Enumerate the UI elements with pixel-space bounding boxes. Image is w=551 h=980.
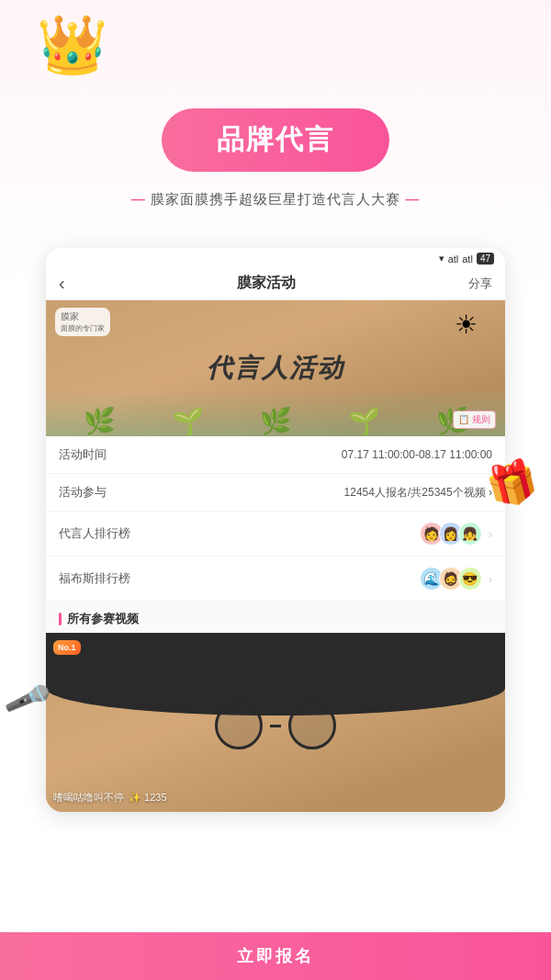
- signal-icon-2: atl: [462, 253, 473, 265]
- section-header: 所有参赛视频: [46, 602, 505, 633]
- wifi-icon: ▾: [439, 253, 444, 265]
- rules-badge[interactable]: 📋 规则: [453, 411, 496, 429]
- info-rows: 活动时间 07.17 11:00:00-08.17 11:00:00 活动参与 …: [46, 436, 505, 602]
- section-label: 所有参赛视频: [67, 611, 139, 627]
- forbes-avatar-3: 😎: [458, 567, 482, 591]
- status-bar: ▾ atl atl 47: [46, 248, 505, 267]
- glasses-decoration: [215, 702, 336, 749]
- rank-badge: No.1: [53, 640, 81, 655]
- video-username: 嗜喝咕噜叫不停: [53, 791, 124, 805]
- brand-logo: 膜家 面膜的专门家: [55, 308, 110, 336]
- spokesperson-avatars: 🧑 👩 👧 ›: [420, 522, 492, 546]
- subtitle-text: 膜家面膜携手超级巨星打造代言人大赛: [146, 191, 405, 207]
- crown-icon: 👑: [37, 17, 107, 73]
- activity-banner: 膜家 面膜的专门家 ☀ 代言人活动 🌿 🌱 🌿 🌱 🌿 📋 规则: [46, 300, 505, 436]
- sun-icon: ☀: [455, 310, 478, 340]
- glass-left: [215, 702, 263, 749]
- register-button[interactable]: 立即报名: [0, 932, 551, 980]
- activity-time-label: 活动时间: [59, 446, 107, 463]
- avatar-3: 👧: [458, 522, 482, 546]
- chevron-icon-2: ›: [489, 572, 492, 586]
- activity-time-value: 07.17 11:00:00-08.17 11:00:00: [342, 448, 492, 461]
- forbes-avatars: 🌊 🧔 😎 ›: [420, 567, 492, 591]
- share-button[interactable]: 分享: [468, 276, 492, 292]
- activity-participation-row: 活动参与 12454人报名/共25345个视频 ›: [46, 474, 505, 512]
- participation-label: 活动参与: [59, 484, 107, 501]
- brand-badge: 品牌代言: [162, 108, 389, 172]
- subtitle-dash-left: —: [131, 191, 146, 207]
- glass-bridge: [270, 725, 281, 727]
- forbes-rank-row[interactable]: 福布斯排行榜 🌊 🧔 😎 ›: [46, 557, 505, 602]
- activity-time-row: 活动时间 07.17 11:00:00-08.17 11:00:00: [46, 436, 505, 474]
- back-button[interactable]: ‹: [59, 273, 65, 294]
- video-thumbnail[interactable]: No.1 嗜喝咕噜叫不停 ✨ 1235: [46, 633, 505, 812]
- star-count: ✨ 1235: [129, 792, 167, 804]
- chevron-icon: ›: [489, 527, 492, 541]
- phone-mockup: ▾ atl atl 47 ‹ 膜家活动 分享 膜家 面膜的专门家 ☀ 代言人活动…: [46, 248, 505, 812]
- participation-value[interactable]: 12454人报名/共25345个视频 ›: [344, 485, 492, 501]
- banner-leaves: 🌿 🌱 🌿 🌱 🌿: [46, 390, 505, 436]
- nav-bar: ‹ 膜家活动 分享: [46, 267, 505, 300]
- glass-right: [288, 702, 336, 749]
- nav-title: 膜家活动: [237, 274, 296, 293]
- section-bar-icon: [59, 613, 62, 625]
- subtitle: — 膜家面膜携手超级巨星打造代言人大赛 —: [0, 191, 551, 208]
- battery-indicator: 47: [477, 253, 494, 265]
- signal-icon-1: atl: [448, 253, 459, 265]
- forbes-rank-label: 福布斯排行榜: [59, 570, 130, 587]
- spokesperson-rank-row[interactable]: 代言人排行榜 🧑 👩 👧 ›: [46, 512, 505, 557]
- video-meta: 嗜喝咕噜叫不停 ✨ 1235: [53, 791, 167, 805]
- subtitle-dash-right: —: [405, 191, 420, 207]
- spokesperson-rank-label: 代言人排行榜: [59, 525, 130, 542]
- banner-title: 代言人活动: [207, 351, 344, 386]
